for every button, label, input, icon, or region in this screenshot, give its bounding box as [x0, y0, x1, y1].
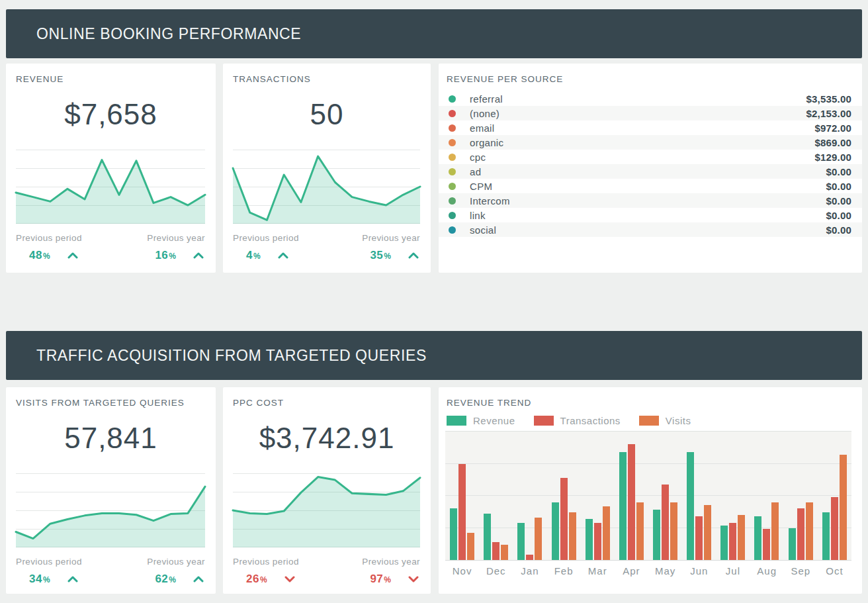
bar-visits	[501, 545, 508, 560]
bar-transactions	[729, 523, 736, 560]
bar-group	[789, 432, 813, 560]
source-label: referral	[470, 93, 503, 105]
source-label: ad	[470, 166, 481, 177]
kpi-value: 50	[223, 98, 431, 131]
x-axis-label: May	[648, 565, 682, 577]
kpi-card-ppc-cost: PPC COST $3,742.91 Previous period 26% P…	[223, 387, 431, 594]
previous-year-delta: 62%	[155, 573, 204, 586]
legend-swatch	[639, 416, 659, 426]
x-axis-label: Mar	[581, 565, 615, 577]
bar-group	[687, 432, 711, 560]
previous-year-label: Previous year	[362, 557, 420, 567]
x-axis-label: Feb	[547, 565, 581, 577]
list-item: Intercom$0.00	[439, 193, 862, 208]
bar-transactions	[695, 516, 703, 560]
x-axis-labels: NovDecJanFebMarAprMayJunJulAugSepOct	[445, 565, 851, 577]
bar-group	[586, 432, 610, 560]
x-axis-label: Aug	[750, 565, 784, 577]
bar-revenue	[552, 502, 559, 560]
section-title: TRAFFIC ACQUISITION FROM TARGETED QUERIE…	[36, 347, 427, 365]
percent-sign: %	[43, 252, 50, 261]
source-label: (none)	[470, 108, 499, 119]
chevron-down-icon	[284, 576, 295, 582]
revenue-per-source-card: REVENUE PER SOURCE referral$3,535.00(non…	[439, 64, 862, 273]
bar-visits	[738, 515, 745, 560]
percent-value: 62	[155, 573, 168, 585]
source-color-dot-icon	[449, 197, 456, 205]
source-label: Intercom	[470, 195, 510, 207]
source-color-dot-icon	[449, 154, 456, 161]
bar-transactions	[797, 508, 804, 560]
previous-period-delta: 26%	[246, 573, 295, 586]
section-title: ONLINE BOOKING PERFORMANCE	[36, 25, 301, 43]
source-value: $0.00	[826, 195, 851, 207]
source-value: $0.00	[826, 166, 851, 177]
chevron-up-icon	[193, 252, 204, 259]
x-axis-label: Nov	[445, 565, 479, 577]
bar-revenue	[517, 523, 525, 560]
percent-value: 16	[155, 249, 168, 261]
bar-transactions	[458, 464, 466, 561]
kpi-footer: Previous period 4% Previous year 35%	[233, 233, 420, 262]
bar-group	[484, 432, 508, 560]
previous-period-label: Previous period	[16, 557, 82, 567]
list-item: social$0.00	[439, 222, 862, 237]
bar-revenue	[450, 508, 457, 560]
bar-transactions	[831, 497, 838, 560]
source-color-dot-icon	[449, 168, 456, 175]
bar-transactions	[492, 542, 499, 560]
kpi-value: $7,658	[6, 98, 216, 131]
bar-group	[754, 432, 779, 560]
revenue-trend-card: REVENUE TREND RevenueTransactionsVisits …	[439, 387, 862, 594]
sparkline-chart	[233, 150, 420, 224]
chevron-up-icon	[193, 576, 204, 582]
source-label: cpc	[470, 152, 486, 163]
bar-revenue	[586, 519, 593, 560]
list-item: (none)$2,153.00	[439, 106, 862, 120]
bar-group	[653, 432, 677, 560]
bar-chart-plot	[445, 431, 851, 561]
source-label: link	[470, 210, 486, 221]
bar-transactions	[560, 478, 568, 560]
legend-swatch	[447, 416, 466, 426]
list-item: CPM$0.00	[439, 179, 862, 193]
previous-period-label: Previous period	[233, 557, 299, 567]
bar-group	[450, 432, 474, 560]
list-item: referral$3,535.00	[439, 91, 862, 106]
previous-year-label: Previous year	[362, 233, 420, 243]
kpi-footer: Previous period 26% Previous year 97%	[233, 557, 420, 586]
bar-revenue	[619, 452, 627, 560]
legend-swatch	[534, 416, 554, 426]
legend-label: Visits	[666, 415, 691, 426]
bar-transactions	[662, 485, 669, 560]
bar-group	[552, 432, 576, 560]
bar-visits	[535, 518, 542, 560]
x-axis-label: Sep	[784, 565, 818, 577]
source-color-dot-icon	[449, 226, 456, 234]
bar-group	[619, 432, 644, 560]
source-label: email	[470, 122, 494, 134]
bar-visits	[771, 502, 779, 560]
bar-revenue	[754, 516, 761, 560]
percent-value: 34	[29, 573, 42, 585]
source-label: CPM	[470, 181, 492, 192]
source-value: $2,153.00	[806, 108, 851, 119]
previous-year-delta: 35%	[370, 249, 419, 262]
card-title: REVENUE TREND	[447, 398, 531, 408]
x-axis-label: Jun	[682, 565, 716, 577]
source-label: organic	[470, 137, 503, 148]
card-title: REVENUE PER SOURCE	[447, 74, 563, 84]
chevron-up-icon	[408, 252, 419, 259]
bar-transactions	[594, 523, 601, 560]
percent-value: 35	[370, 249, 383, 261]
bar-revenue	[822, 512, 830, 560]
previous-year-delta: 16%	[155, 249, 204, 262]
source-value: $0.00	[826, 224, 851, 236]
chart-legend: RevenueTransactionsVisits	[447, 415, 691, 426]
sparkline-svg	[16, 150, 205, 224]
card-title: VISITS FROM TARGETED QUERIES	[16, 398, 185, 408]
x-axis-label: Oct	[818, 565, 851, 577]
sparkline-chart	[16, 473, 205, 547]
bar-transactions	[526, 555, 533, 560]
chevron-up-icon	[278, 252, 288, 259]
